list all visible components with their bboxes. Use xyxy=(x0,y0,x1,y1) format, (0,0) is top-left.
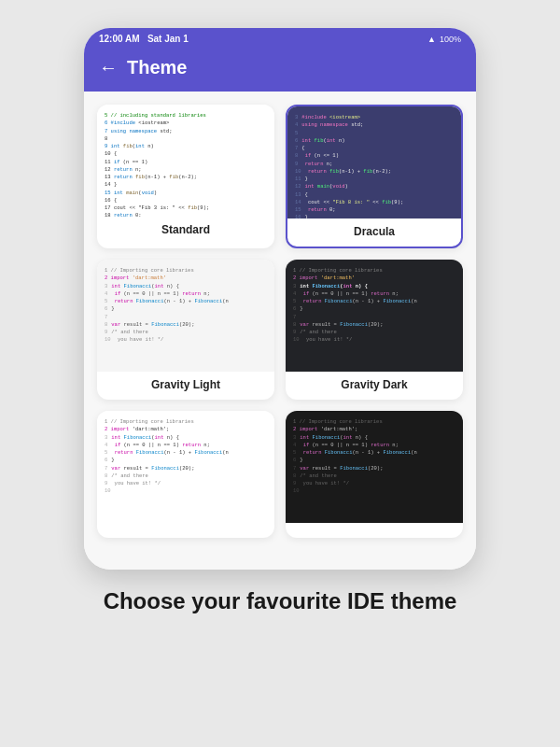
theme-preview-standard: 5 // including standard libraries 6 #inc… xyxy=(97,105,274,217)
themes-grid: 5 // including standard libraries 6 #inc… xyxy=(97,105,463,538)
theme-card-standard[interactable]: 5 // including standard libraries 6 #inc… xyxy=(97,105,274,248)
theme-card-gravity-dark[interactable]: 1 // Importing core libraries 2 import '… xyxy=(286,260,463,400)
themes-content: 5 // including standard libraries 6 #inc… xyxy=(84,92,476,570)
status-time-date: 12:00 AM Sat Jan 1 xyxy=(99,34,189,44)
phone-frame: 12:00 AM Sat Jan 1 ▲ 100% ← Theme 5 // i… xyxy=(84,28,476,570)
theme-preview-gravity-light: 1 // Importing core libraries 2 import '… xyxy=(97,260,274,372)
status-icons: ▲ 100% xyxy=(427,35,461,44)
theme-label-gravity-dark: Gravity Dark xyxy=(286,372,463,400)
theme-label-standard: Standard xyxy=(97,217,274,245)
theme-preview-6: 1 // Importing core libraries 2 import '… xyxy=(286,411,463,523)
theme-label-gravity-light: Gravity Light xyxy=(97,372,274,400)
battery-icon: 100% xyxy=(440,35,461,44)
theme-label-5 xyxy=(97,523,274,538)
page-title: Theme xyxy=(127,57,187,78)
theme-label-dracula: Dracula xyxy=(287,218,461,247)
theme-card-6[interactable]: 1 // Importing core libraries 2 import '… xyxy=(286,411,463,538)
theme-preview-5: 1 // Importing core libraries 2 import '… xyxy=(97,411,274,523)
phone-container: 12:00 AM Sat Jan 1 ▲ 100% ← Theme 5 // i… xyxy=(0,0,560,747)
header: ← Theme xyxy=(84,48,476,92)
theme-preview-gravity-dark: 1 // Importing core libraries 2 import '… xyxy=(286,260,463,372)
theme-preview-dracula: 3#include <iostream> 4using namespace st… xyxy=(287,106,461,218)
theme-card-dracula[interactable]: 3#include <iostream> 4using namespace st… xyxy=(286,105,463,248)
wifi-icon: ▲ xyxy=(427,35,436,44)
theme-card-5[interactable]: 1 // Importing core libraries 2 import '… xyxy=(97,411,274,538)
theme-label-6 xyxy=(286,523,463,538)
back-button[interactable]: ← xyxy=(99,57,118,78)
bottom-tagline: Choose your favourite IDE theme xyxy=(66,586,495,616)
status-bar: 12:00 AM Sat Jan 1 ▲ 100% xyxy=(84,28,476,48)
theme-card-gravity-light[interactable]: 1 // Importing core libraries 2 import '… xyxy=(97,260,274,400)
